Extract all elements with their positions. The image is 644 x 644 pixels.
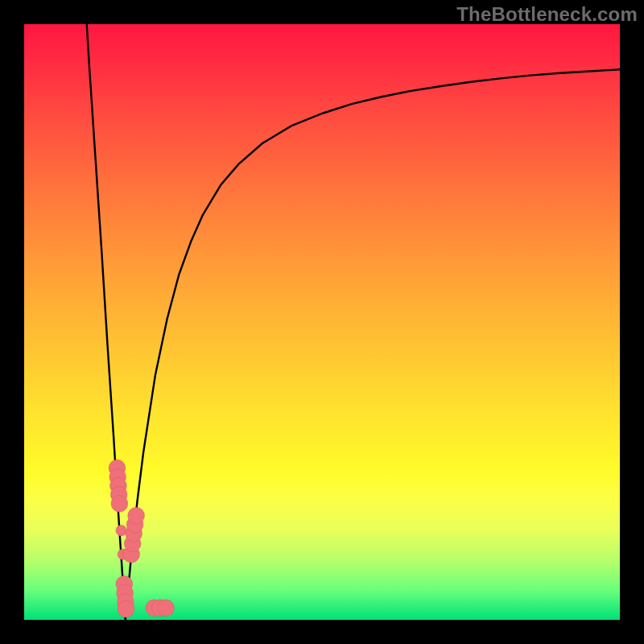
marker-point	[158, 600, 175, 617]
plot-area	[24, 24, 620, 620]
marker-point	[118, 601, 134, 617]
chart-canvas	[24, 24, 620, 620]
watermark-text: TheBottleneck.com	[456, 3, 638, 26]
chart-frame: TheBottleneck.com	[0, 0, 644, 644]
marker-point	[128, 507, 145, 524]
curve-right-branch	[126, 69, 620, 620]
marker-point	[111, 495, 128, 512]
marker-point	[116, 525, 126, 535]
